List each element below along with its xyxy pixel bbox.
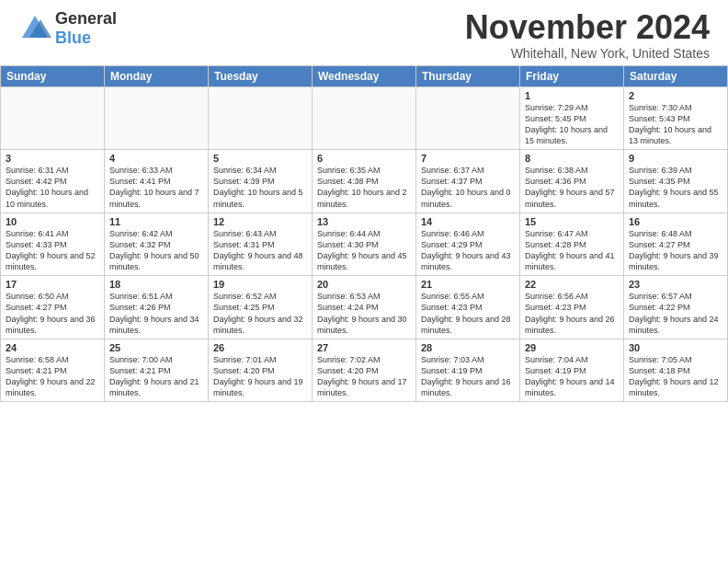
day-info: Sunrise: 7:02 AM Sunset: 4:20 PM Dayligh… <box>317 354 411 399</box>
calendar-week-row: 24Sunrise: 6:58 AM Sunset: 4:21 PM Dayli… <box>1 339 728 402</box>
page-header: General Blue November 2024 Whitehall, Ne… <box>0 0 728 65</box>
day-info: Sunrise: 6:39 AM Sunset: 4:35 PM Dayligh… <box>629 165 722 210</box>
calendar-day-cell: 9Sunrise: 6:39 AM Sunset: 4:35 PM Daylig… <box>624 150 728 213</box>
calendar-table: SundayMondayTuesdayWednesdayThursdayFrid… <box>0 65 728 403</box>
day-info: Sunrise: 6:56 AM Sunset: 4:23 PM Dayligh… <box>525 291 619 336</box>
calendar-day-cell: 28Sunrise: 7:03 AM Sunset: 4:19 PM Dayli… <box>416 339 520 402</box>
day-number: 5 <box>213 153 307 164</box>
calendar-day-cell: 11Sunrise: 6:42 AM Sunset: 4:32 PM Dayli… <box>105 213 209 276</box>
calendar-week-row: 17Sunrise: 6:50 AM Sunset: 4:27 PM Dayli… <box>1 276 728 339</box>
month-title: November 2024 <box>465 9 710 46</box>
calendar-day-cell: 5Sunrise: 6:34 AM Sunset: 4:39 PM Daylig… <box>209 150 313 213</box>
calendar-day-cell <box>105 86 209 150</box>
day-number: 9 <box>629 153 722 164</box>
day-info: Sunrise: 6:31 AM Sunset: 4:42 PM Dayligh… <box>6 165 99 210</box>
day-info: Sunrise: 6:55 AM Sunset: 4:23 PM Dayligh… <box>421 291 515 336</box>
calendar-day-cell: 7Sunrise: 6:37 AM Sunset: 4:37 PM Daylig… <box>416 150 520 213</box>
weekday-header: Wednesday <box>313 65 416 86</box>
calendar-day-cell: 23Sunrise: 6:57 AM Sunset: 4:22 PM Dayli… <box>624 276 728 339</box>
day-number: 13 <box>317 216 411 227</box>
weekday-header: Sunday <box>1 65 105 86</box>
day-info: Sunrise: 6:44 AM Sunset: 4:30 PM Dayligh… <box>317 228 411 273</box>
day-info: Sunrise: 6:37 AM Sunset: 4:37 PM Dayligh… <box>421 165 515 210</box>
calendar-day-cell: 6Sunrise: 6:35 AM Sunset: 4:38 PM Daylig… <box>313 150 416 213</box>
day-number: 2 <box>629 90 722 101</box>
day-number: 10 <box>6 216 99 227</box>
day-number: 7 <box>421 153 515 164</box>
calendar-day-cell: 14Sunrise: 6:46 AM Sunset: 4:29 PM Dayli… <box>416 213 520 276</box>
logo-icon <box>18 12 51 45</box>
day-info: Sunrise: 7:04 AM Sunset: 4:19 PM Dayligh… <box>525 354 619 399</box>
day-info: Sunrise: 7:05 AM Sunset: 4:18 PM Dayligh… <box>629 354 722 399</box>
day-info: Sunrise: 6:38 AM Sunset: 4:36 PM Dayligh… <box>525 165 619 210</box>
day-info: Sunrise: 7:00 AM Sunset: 4:21 PM Dayligh… <box>109 354 203 399</box>
day-info: Sunrise: 6:46 AM Sunset: 4:29 PM Dayligh… <box>421 228 515 273</box>
calendar-day-cell: 26Sunrise: 7:01 AM Sunset: 4:20 PM Dayli… <box>209 339 313 402</box>
day-info: Sunrise: 7:29 AM Sunset: 5:45 PM Dayligh… <box>525 102 619 147</box>
day-info: Sunrise: 6:41 AM Sunset: 4:33 PM Dayligh… <box>6 228 99 273</box>
calendar-day-cell: 8Sunrise: 6:38 AM Sunset: 4:36 PM Daylig… <box>520 150 624 213</box>
day-info: Sunrise: 7:30 AM Sunset: 5:43 PM Dayligh… <box>629 102 722 147</box>
day-number: 12 <box>213 216 307 227</box>
logo-text: General Blue <box>55 9 117 48</box>
location: Whitehall, New York, United States <box>465 46 710 61</box>
day-info: Sunrise: 6:53 AM Sunset: 4:24 PM Dayligh… <box>317 291 411 336</box>
calendar-day-cell: 18Sunrise: 6:51 AM Sunset: 4:26 PM Dayli… <box>105 276 209 339</box>
day-number: 21 <box>421 279 515 290</box>
day-info: Sunrise: 6:48 AM Sunset: 4:27 PM Dayligh… <box>629 228 722 273</box>
calendar-day-cell <box>416 86 520 150</box>
day-number: 20 <box>317 279 411 290</box>
day-number: 6 <box>317 153 411 164</box>
day-number: 18 <box>109 279 203 290</box>
day-number: 22 <box>525 279 619 290</box>
day-info: Sunrise: 6:50 AM Sunset: 4:27 PM Dayligh… <box>6 291 99 336</box>
weekday-header: Friday <box>520 65 624 86</box>
calendar-day-cell: 16Sunrise: 6:48 AM Sunset: 4:27 PM Dayli… <box>624 213 728 276</box>
day-info: Sunrise: 7:03 AM Sunset: 4:19 PM Dayligh… <box>421 354 515 399</box>
calendar-week-row: 3Sunrise: 6:31 AM Sunset: 4:42 PM Daylig… <box>1 150 728 213</box>
calendar-day-cell: 24Sunrise: 6:58 AM Sunset: 4:21 PM Dayli… <box>1 339 105 402</box>
calendar-day-cell: 21Sunrise: 6:55 AM Sunset: 4:23 PM Dayli… <box>416 276 520 339</box>
day-number: 11 <box>109 216 203 227</box>
calendar-day-cell: 19Sunrise: 6:52 AM Sunset: 4:25 PM Dayli… <box>209 276 313 339</box>
calendar-day-cell: 10Sunrise: 6:41 AM Sunset: 4:33 PM Dayli… <box>1 213 105 276</box>
calendar-day-cell: 30Sunrise: 7:05 AM Sunset: 4:18 PM Dayli… <box>624 339 728 402</box>
calendar-day-cell: 13Sunrise: 6:44 AM Sunset: 4:30 PM Dayli… <box>313 213 416 276</box>
calendar-day-cell <box>313 86 416 150</box>
day-info: Sunrise: 6:43 AM Sunset: 4:31 PM Dayligh… <box>213 228 307 273</box>
day-info: Sunrise: 6:47 AM Sunset: 4:28 PM Dayligh… <box>525 228 619 273</box>
day-number: 4 <box>109 153 203 164</box>
weekday-header: Thursday <box>416 65 520 86</box>
calendar-day-cell <box>209 86 313 150</box>
day-number: 24 <box>6 342 99 353</box>
day-number: 19 <box>213 279 307 290</box>
calendar-day-cell: 29Sunrise: 7:04 AM Sunset: 4:19 PM Dayli… <box>520 339 624 402</box>
calendar-day-cell: 2Sunrise: 7:30 AM Sunset: 5:43 PM Daylig… <box>624 86 728 150</box>
day-info: Sunrise: 6:57 AM Sunset: 4:22 PM Dayligh… <box>629 291 722 336</box>
day-number: 14 <box>421 216 515 227</box>
day-number: 23 <box>629 279 722 290</box>
weekday-header: Tuesday <box>209 65 313 86</box>
title-block: November 2024 Whitehall, New York, Unite… <box>465 9 710 61</box>
calendar-day-cell: 22Sunrise: 6:56 AM Sunset: 4:23 PM Dayli… <box>520 276 624 339</box>
calendar-week-row: 10Sunrise: 6:41 AM Sunset: 4:33 PM Dayli… <box>1 213 728 276</box>
day-info: Sunrise: 6:51 AM Sunset: 4:26 PM Dayligh… <box>109 291 203 336</box>
day-number: 25 <box>109 342 203 353</box>
day-info: Sunrise: 6:58 AM Sunset: 4:21 PM Dayligh… <box>6 354 99 399</box>
day-number: 16 <box>629 216 722 227</box>
calendar-day-cell: 27Sunrise: 7:02 AM Sunset: 4:20 PM Dayli… <box>313 339 416 402</box>
calendar-day-cell: 1Sunrise: 7:29 AM Sunset: 5:45 PM Daylig… <box>520 86 624 150</box>
day-number: 1 <box>525 90 619 101</box>
calendar-week-row: 1Sunrise: 7:29 AM Sunset: 5:45 PM Daylig… <box>1 86 728 150</box>
day-info: Sunrise: 6:35 AM Sunset: 4:38 PM Dayligh… <box>317 165 411 210</box>
day-number: 29 <box>525 342 619 353</box>
day-info: Sunrise: 7:01 AM Sunset: 4:20 PM Dayligh… <box>213 354 307 399</box>
calendar-day-cell: 20Sunrise: 6:53 AM Sunset: 4:24 PM Dayli… <box>313 276 416 339</box>
logo: General Blue <box>18 9 117 48</box>
logo-general: General <box>55 9 117 29</box>
calendar-day-cell: 12Sunrise: 6:43 AM Sunset: 4:31 PM Dayli… <box>209 213 313 276</box>
weekday-header: Saturday <box>624 65 728 86</box>
calendar-day-cell: 15Sunrise: 6:47 AM Sunset: 4:28 PM Dayli… <box>520 213 624 276</box>
day-info: Sunrise: 6:33 AM Sunset: 4:41 PM Dayligh… <box>109 165 203 210</box>
day-number: 3 <box>6 153 99 164</box>
